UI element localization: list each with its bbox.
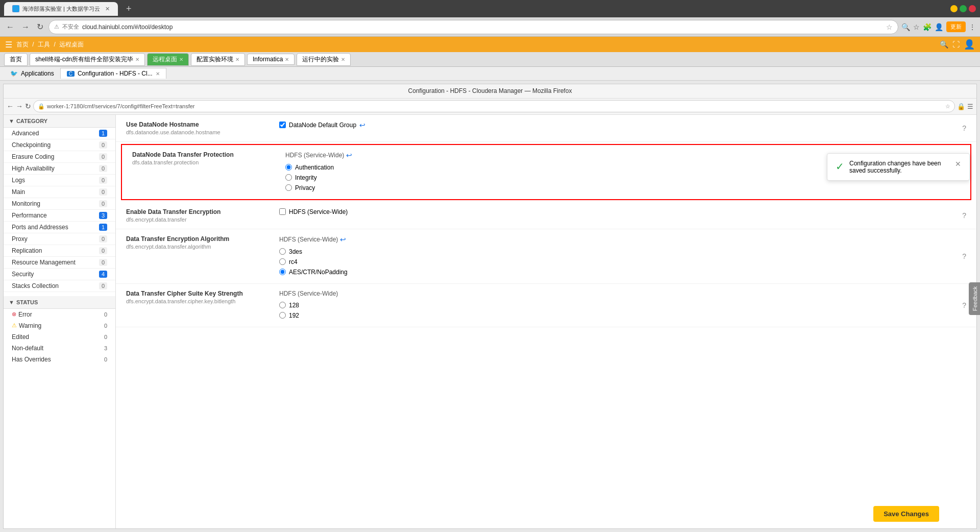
update-button[interactable]: 更新 [946,21,966,32]
category-header[interactable]: ▼ CATEGORY [4,115,115,128]
radio-input-authentication[interactable] [285,164,292,171]
radio-input-192[interactable] [279,312,286,319]
browser-tab-close-icon[interactable]: ✕ [105,6,110,12]
sidebar-item-performance[interactable]: Performance 3 [4,210,115,222]
minimize-button[interactable] [950,5,958,12]
breadcrumb-desktop[interactable]: 远程桌面 [59,41,84,48]
config-tab-close[interactable]: ✕ [156,71,160,77]
sidebar-item-stacks-collection[interactable]: Stacks Collection 0 [4,280,115,292]
sidebar-item-ports-addresses[interactable]: Ports and Addresses 1 [4,222,115,233]
configuration-tab[interactable]: C Configuration - HDFS - Cl... ✕ [60,68,166,79]
avatar-icon[interactable]: 👤 [964,39,975,50]
sidebar-item-proxy[interactable]: Proxy 0 [4,233,115,245]
bookmark-star-icon[interactable]: ☆ [913,23,920,31]
close-button[interactable] [969,5,976,12]
page-tab-home[interactable]: 首页 [4,53,28,66]
sidebar-item-advanced[interactable]: Advanced 1 [4,128,115,139]
reset-icon-data-transfer-protection[interactable]: ↩ [346,151,352,159]
sidebar-item-security[interactable]: Security 4 [4,269,115,280]
status-warning[interactable]: ⚠ Warning 0 [4,320,115,331]
inner-address-bar[interactable]: 🔒 worker-1:7180/cmf/services/7/config#fi… [33,100,955,112]
help-icon-use-datanode-hostname[interactable]: ? [962,124,966,132]
sidebar-item-resource-management[interactable]: Resource Management 0 [4,257,115,269]
browser-top-bar: 🌐 海沛部落实验室 | 大数据学习云 ✕ + [0,0,980,17]
page-tab-shell[interactable]: shell终端-cdn所有组件全部安装完毕 ✕ [30,53,145,66]
page-tab-shell-close[interactable]: ✕ [135,57,139,62]
radio-input-aes[interactable] [279,269,286,275]
feedback-tab[interactable]: Feedback [969,282,980,315]
outer-toolbar: ☰ 首页 / 工具 / 远程桌面 🔍 ⛶ 👤 [0,37,980,52]
page-tab-home-label: 首页 [10,55,22,64]
breadcrumb-home[interactable]: 首页 [16,41,29,48]
radio-input-rc4[interactable] [279,258,286,265]
search-icon[interactable]: 🔍 [901,23,910,31]
help-icon-key-strength[interactable]: ? [962,301,966,309]
new-tab-button[interactable]: + [122,4,136,14]
inner-back-button[interactable]: ← [7,102,14,110]
status-edited[interactable]: Edited 0 [4,331,115,343]
page-tab-running[interactable]: 运行中的实验 ✕ [297,53,351,66]
breadcrumb-tools[interactable]: 工具 [38,41,50,48]
page-tab-config-close[interactable]: ✕ [235,57,239,62]
page-tab-informatica[interactable]: Informatica ✕ [247,54,295,65]
sidebar-label-resource-management: Resource Management [12,259,76,266]
page-tab-desktop[interactable]: 远程桌面 ✕ [147,53,189,66]
radio-input-integrity[interactable] [285,174,292,181]
status-has-overrides[interactable]: Has Overrides 0 [4,354,115,365]
config-label-data-transfer-protection: DataNode Data Transfer Protection dfs.da… [132,151,275,165]
reset-icon-encryption-algorithm[interactable]: ↩ [340,235,346,244]
config-value-use-datanode-hostname: DataNode Default Group ↩ [269,121,966,129]
maximize-button[interactable] [960,5,967,12]
inner-star-icon[interactable]: ☆ [945,103,950,110]
applications-tab[interactable]: 🐦 Applications [4,68,60,79]
config-tab-icon: C [67,71,75,77]
sidebar-item-main[interactable]: Main 0 [4,186,115,198]
status-non-default[interactable]: Non-default 3 [4,343,115,354]
radio-input-128[interactable] [279,302,286,308]
toast-close-button[interactable]: ✕ [955,160,961,168]
address-bar[interactable]: ⚠ 不安全 cloud.hainiubl.com/#/tool/desktop … [48,20,898,34]
sidebar-item-logs[interactable]: Logs 0 [4,175,115,186]
sidebar-label-high-availability: High Availability [12,165,55,172]
inner-menu-icon[interactable]: ☰ [967,103,973,110]
reset-icon-use-datanode-hostname[interactable]: ↩ [359,121,365,129]
sidebar-count-resource-management: 0 [99,259,107,266]
menu-icon[interactable]: ⋮ [969,23,976,31]
forward-button[interactable]: → [19,21,32,33]
radio-input-3des[interactable] [279,248,286,255]
inner-bookmark-icon[interactable]: 🔒 [957,103,965,110]
browser-tab-active[interactable]: 🌐 海沛部落实验室 | 大数据学习云 ✕ [4,2,118,16]
inner-forward-button[interactable]: → [16,102,23,110]
success-check-icon: ✓ [836,160,844,173]
page-tab-config[interactable]: 配置实验环境 ✕ [191,53,245,66]
extensions-icon[interactable]: 🧩 [923,23,932,31]
page-tabs-bar: 首页 shell终端-cdn所有组件全部安装完毕 ✕ 远程桌面 ✕ 配置实验环境… [0,52,980,67]
profile-icon[interactable]: 👤 [935,23,943,31]
sidebar-item-checkpointing[interactable]: Checkpointing 0 [4,139,115,151]
save-changes-button[interactable]: Save Changes [873,506,939,522]
checkbox-input-enable-encryption[interactable] [279,208,286,215]
sidebar-item-high-availability[interactable]: High Availability 0 [4,163,115,175]
config-value-key-strength: HDFS (Service-Wide) 128 192 [269,290,966,321]
sidebar-item-monitoring[interactable]: Monitoring 0 [4,198,115,210]
checkbox-input-use-datanode-hostname[interactable] [279,122,286,128]
back-button[interactable]: ← [4,21,16,33]
inner-reload-button[interactable]: ↻ [25,102,31,110]
help-icon-encryption-algorithm[interactable]: ? [962,252,966,260]
search-toolbar-icon[interactable]: 🔍 [940,40,948,49]
page-tab-running-close[interactable]: ✕ [341,57,345,62]
sidebar-item-replication[interactable]: Replication 0 [4,245,115,257]
sidebar-item-erasure-coding[interactable]: Erasure Coding 0 [4,151,115,163]
radio-input-privacy[interactable] [285,184,292,191]
help-icon-enable-encryption[interactable]: ? [962,211,966,220]
status-error[interactable]: ⊗ Error 0 [4,309,115,320]
bookmark-icon[interactable]: ☆ [886,23,893,31]
hamburger-menu-icon[interactable]: ☰ [5,40,12,50]
status-header[interactable]: ▼ STATUS [4,296,115,309]
page-tab-desktop-close[interactable]: ✕ [179,57,183,62]
sidebar-label-monitoring: Monitoring [12,200,40,207]
page-tab-informatica-close[interactable]: ✕ [285,57,289,62]
reload-button[interactable]: ↻ [35,21,45,33]
expand-icon[interactable]: ⛶ [952,40,960,49]
feedback-label: Feedback [972,286,978,311]
